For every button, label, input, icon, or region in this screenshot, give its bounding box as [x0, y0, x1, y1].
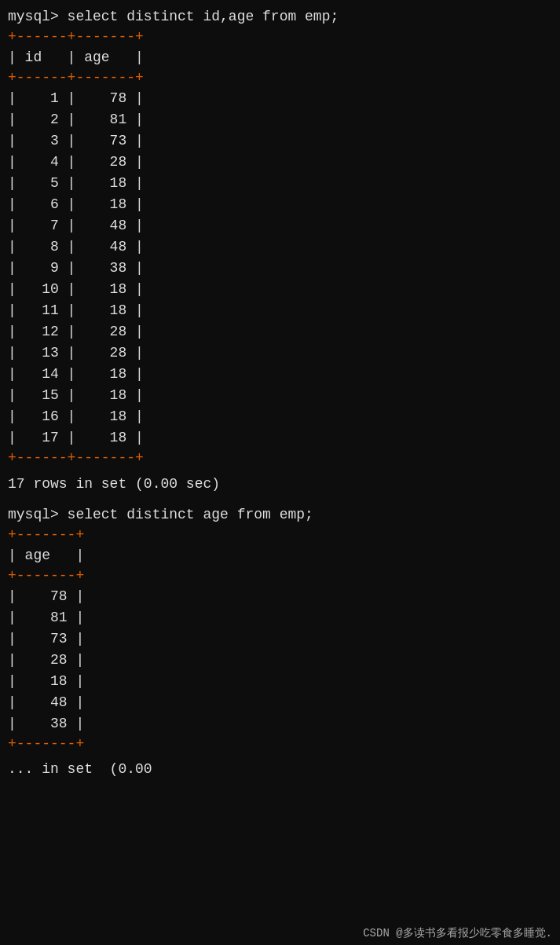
query2-status-partial: ... in set (0.00: [8, 759, 552, 780]
table-row: | 18 |: [8, 671, 552, 692]
table-row: | 73 |: [8, 628, 552, 650]
table-row: | 78 |: [8, 586, 552, 607]
query1-border-mid: +------+-------+: [8, 68, 552, 88]
query2-border-mid: +-------+: [8, 566, 552, 586]
table-row: | 4 | 28 |: [8, 152, 552, 173]
table-row: | 3 | 73 |: [8, 130, 552, 152]
table-row: | 17 | 18 |: [8, 427, 552, 449]
table-row: | 12 | 28 |: [8, 321, 552, 342]
query1-block: mysql> select distinct id,age from emp; …: [8, 6, 552, 495]
query1-prompt: mysql> select distinct id,age from emp;: [8, 6, 552, 27]
table-row: | 28 |: [8, 650, 552, 671]
table-row: | 38 |: [8, 713, 552, 734]
watermark-text: CSDN @多读书多看报少吃零食多睡觉.: [363, 926, 552, 940]
table-row: | 16 | 18 |: [8, 406, 552, 427]
query1-border-bottom: +------+-------+: [8, 449, 552, 468]
table-row: | 10 | 18 |: [8, 279, 552, 300]
table-row: | 8 | 48 |: [8, 236, 552, 258]
query1-status: 17 rows in set (0.00 sec): [8, 474, 552, 495]
query2-prompt: mysql> select distinct age from emp;: [8, 504, 552, 526]
table-row: | 9 | 38 |: [8, 258, 552, 279]
query1-header: | id | age |: [8, 47, 552, 68]
query2-block: mysql> select distinct age from emp; +--…: [8, 504, 552, 781]
query1-rows: | 1 | 78 || 2 | 81 || 3 | 73 || 4 | 28 |…: [8, 88, 552, 449]
query2-header: | age |: [8, 545, 552, 566]
table-row: | 6 | 18 |: [8, 194, 552, 215]
table-row: | 5 | 18 |: [8, 173, 552, 194]
table-row: | 11 | 18 |: [8, 300, 552, 321]
query2-border-top: +-------+: [8, 526, 552, 545]
query2-border-bottom: +-------+: [8, 734, 552, 754]
table-row: | 81 |: [8, 607, 552, 628]
table-row: | 7 | 48 |: [8, 215, 552, 236]
query2-rows: | 78 || 81 || 73 || 28 || 18 || 48 || 38…: [8, 586, 552, 734]
table-row: | 48 |: [8, 692, 552, 713]
table-row: | 13 | 28 |: [8, 342, 552, 364]
table-row: | 14 | 18 |: [8, 364, 552, 385]
table-row: | 1 | 78 |: [8, 88, 552, 109]
table-row: | 2 | 81 |: [8, 109, 552, 130]
query1-border-top: +------+-------+: [8, 27, 552, 47]
table-row: | 15 | 18 |: [8, 385, 552, 406]
